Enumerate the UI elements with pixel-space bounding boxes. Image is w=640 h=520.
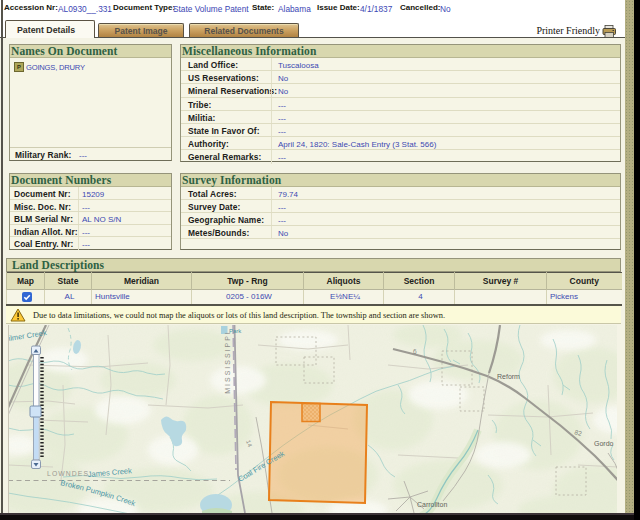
svg-text:Gordo: Gordo [594, 440, 614, 447]
svg-text:Reform: Reform [497, 373, 520, 380]
svg-text:Carrollton: Carrollton [417, 501, 447, 508]
svg-text:MISSISSIPPI: MISSISSIPPI [224, 330, 231, 394]
svg-text:Park: Park [229, 328, 242, 334]
svg-text:P: P [17, 64, 21, 70]
svg-text:6: 6 [413, 348, 417, 355]
svg-text:LOWNDES: LOWNDES [47, 470, 89, 477]
